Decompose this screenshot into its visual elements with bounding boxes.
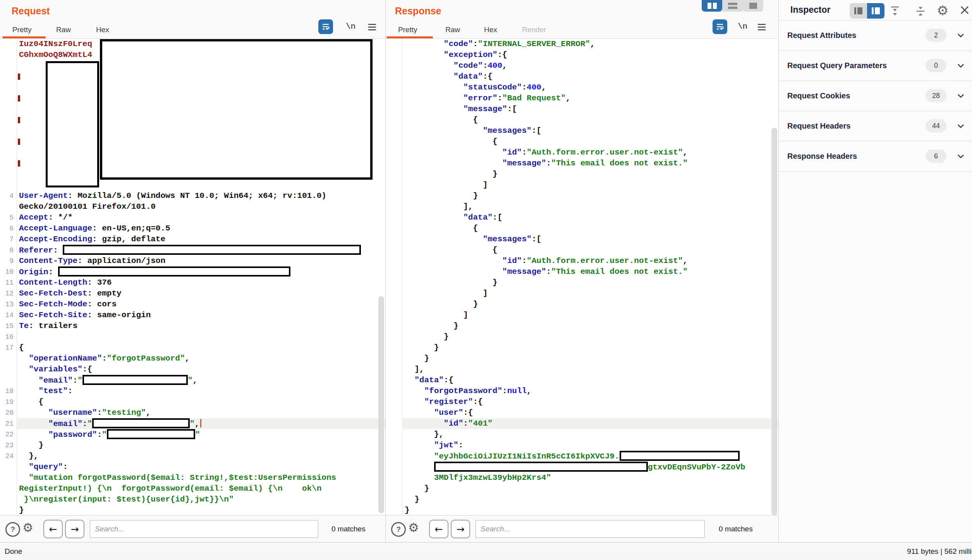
code-line[interactable]: { — [386, 223, 778, 234]
code-line[interactable]: "id":"Auth.form.error.user.not-exist", — [386, 147, 778, 158]
inspector-section-request-cookies[interactable]: Request Cookies 28 — [779, 81, 972, 111]
code-line[interactable]: 9Content-Type: application/json — [0, 256, 385, 266]
tab-response-pretty[interactable]: Pretty — [398, 26, 417, 34]
code-line[interactable]: 19 { — [0, 397, 385, 407]
code-line[interactable]: 3MDlfjx3mzwL39ybHp2Krs4" — [386, 472, 778, 483]
code-line[interactable]: gtxvDEqnSVuPbY-2ZoVb — [386, 462, 778, 472]
chevron-down-icon[interactable] — [956, 91, 966, 102]
request-menu-button[interactable] — [366, 22, 378, 33]
code-line[interactable]: 5Accept: */* — [0, 212, 385, 223]
code-line[interactable]: "messages":[ — [386, 125, 778, 136]
code-line[interactable]: } — [386, 505, 778, 515]
inspector-settings-gear-icon[interactable]: ⚙ — [937, 4, 948, 17]
code-line[interactable]: "exception":{ — [386, 50, 778, 60]
response-wrap-lines-button[interactable] — [713, 19, 727, 34]
code-line[interactable]: "code":"INTERNAL_SERVER_ERROR", — [386, 39, 778, 50]
chevron-down-icon[interactable] — [956, 31, 966, 41]
code-line[interactable]: { — [386, 115, 778, 125]
code-line[interactable]: Gecko/20100101 Firefox/101.0 — [0, 201, 385, 212]
code-line[interactable]: } — [386, 494, 778, 505]
layout-single-button[interactable] — [743, 0, 763, 12]
gear-icon[interactable]: ⚙ — [408, 522, 419, 534]
tab-response-hex[interactable]: Hex — [484, 26, 497, 34]
code-line[interactable]: } — [386, 191, 778, 201]
request-editor[interactable]: Iuz04INszF0LreqCGhxmOoQ8WXmtL44User-Agen… — [0, 39, 385, 515]
expand-all-button[interactable] — [890, 5, 900, 19]
code-line[interactable]: "mutation forgotPassword($email: String!… — [0, 472, 385, 483]
code-line[interactable]: 24 }, — [0, 451, 385, 462]
code-line[interactable]: "register":{ — [386, 397, 778, 407]
help-icon[interactable]: ? — [391, 522, 406, 537]
chevron-down-icon[interactable] — [956, 121, 966, 132]
code-line[interactable]: }, — [386, 429, 778, 440]
code-line[interactable]: "error":"Bad Request", — [386, 93, 778, 104]
code-line[interactable]: } — [386, 277, 778, 288]
search-next-button[interactable]: → — [451, 520, 470, 538]
help-icon[interactable]: ? — [5, 522, 20, 537]
code-line[interactable]: { — [386, 136, 778, 147]
code-line[interactable]: } — [0, 505, 385, 515]
code-line[interactable]: "messages":[ — [386, 234, 778, 245]
code-line[interactable]: 18 "test": — [0, 386, 385, 397]
inspector-section-response-headers[interactable]: Response Headers 6 — [779, 141, 972, 172]
code-line[interactable]: ] — [386, 180, 778, 191]
code-line[interactable]: ] — [386, 310, 778, 321]
chevron-down-icon[interactable] — [956, 61, 966, 72]
code-line[interactable]: "eyJhbGciOiJIUzI1NiIsInR5cCI6IkpXVCJ9. — [386, 451, 778, 462]
code-line[interactable]: 22 "password":"" — [0, 429, 385, 440]
code-line[interactable]: "id":"Auth.form.error.user.not-exist", — [386, 256, 778, 266]
code-line[interactable]: "data":{ — [386, 71, 778, 82]
code-line[interactable]: ], — [386, 201, 778, 212]
inspector-section-request-attributes[interactable]: Request Attributes 2 — [779, 21, 972, 51]
search-next-button[interactable]: → — [65, 520, 84, 538]
code-line[interactable]: "message":[ — [386, 104, 778, 115]
code-line[interactable]: 6Accept-Language: en-US,en;q=0.5 — [0, 223, 385, 234]
code-line[interactable]: "id":"401" — [386, 418, 778, 429]
code-line[interactable]: } — [386, 299, 778, 310]
inspector-dock-left-button[interactable] — [850, 3, 867, 19]
code-line[interactable]: 8Referer: — [0, 245, 385, 256]
code-line[interactable]: "jwt": — [386, 440, 778, 451]
response-menu-button[interactable] — [756, 22, 768, 33]
search-prev-button[interactable]: ← — [43, 520, 63, 538]
code-line[interactable]: "data":{ — [386, 375, 778, 386]
request-show-newlines-button[interactable]: \n — [346, 22, 355, 31]
code-line[interactable]: }\nregister(input: $test){user{id},jwt}}… — [0, 494, 385, 505]
code-line[interactable]: } — [386, 169, 778, 180]
request-search-input[interactable] — [90, 520, 318, 538]
code-line[interactable]: } — [386, 342, 778, 353]
response-editor[interactable]: "code":"INTERNAL_SERVER_ERROR", "excepti… — [386, 39, 778, 515]
code-line[interactable]: } — [386, 483, 778, 494]
code-line[interactable]: 20 "username":"testing", — [0, 407, 385, 418]
code-line[interactable]: ], — [386, 364, 778, 375]
code-line[interactable]: "user":{ — [386, 407, 778, 418]
code-line[interactable]: 21 "email":"", — [0, 418, 385, 429]
code-line[interactable]: RegisterInput!) {\n forgotPassword(email… — [0, 483, 385, 494]
code-line[interactable]: 15Te: trailers — [0, 321, 385, 332]
code-line[interactable]: } — [386, 353, 778, 364]
code-line[interactable]: 13Sec-Fetch-Mode: cors — [0, 299, 385, 310]
inspector-section-request-headers[interactable]: Request Headers 44 — [779, 111, 972, 141]
response-show-newlines-button[interactable]: \n — [738, 22, 747, 31]
inspector-section-request-query-parameters[interactable]: Request Query Parameters 0 — [779, 51, 972, 81]
tab-response-render[interactable]: Render — [522, 26, 546, 34]
code-line[interactable]: "forgotPassword":null, — [386, 386, 778, 397]
request-scrollbar[interactable] — [378, 296, 384, 513]
tab-response-raw[interactable]: Raw — [445, 26, 460, 34]
code-line[interactable]: "message":"This email does not exist." — [386, 158, 778, 169]
code-line[interactable]: "query": — [0, 462, 385, 472]
code-line[interactable]: "statusCode":400, — [386, 82, 778, 93]
request-wrap-lines-button[interactable] — [318, 19, 333, 34]
tab-request-raw[interactable]: Raw — [56, 26, 71, 34]
pane-divider[interactable] — [385, 0, 386, 542]
code-line[interactable]: 16 — [0, 332, 385, 342]
code-line[interactable]: 11Content-Length: 376 — [0, 277, 385, 288]
code-line[interactable]: 10Origin: — [0, 266, 385, 277]
code-line[interactable]: 23 } — [0, 440, 385, 451]
inspector-dock-right-button[interactable] — [867, 3, 884, 19]
code-line[interactable]: "operationName":"forgotPassword", — [0, 353, 385, 364]
response-scrollbar[interactable] — [771, 128, 777, 515]
code-line[interactable]: "code":400, — [386, 60, 778, 71]
code-line[interactable]: 7Accept-Encoding: gzip, deflate — [0, 234, 385, 245]
search-prev-button[interactable]: ← — [429, 520, 448, 538]
